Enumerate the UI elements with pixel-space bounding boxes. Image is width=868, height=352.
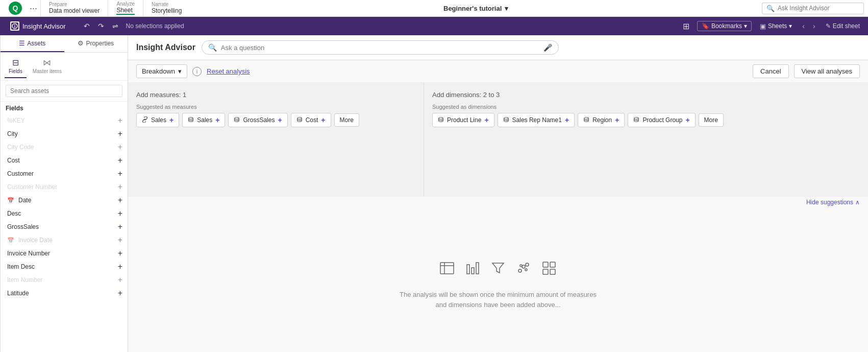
search-blue-icon: 🔍 [208, 43, 217, 52]
add-sales-db-button[interactable]: + [215, 116, 219, 124]
nav-section-narrate[interactable]: Narrate Storytelling [143, 0, 190, 17]
qlik-logo[interactable]: Q [4, 1, 27, 15]
nav-right-arrow[interactable]: › [811, 21, 817, 31]
grid-view-icon[interactable]: ⊞ [680, 19, 693, 33]
nav-section-prepare[interactable]: Prepare Data model viewer [40, 0, 108, 17]
analysis-toolbar: Breakdown ▾ i Reset analysis Cancel View… [128, 60, 868, 83]
nav-dots-button[interactable]: ··· [27, 3, 40, 14]
edit-sheet-label: Edit sheet [833, 22, 860, 30]
fields-sub-tab[interactable]: ⊟ Fields [5, 55, 27, 78]
master-items-sub-tab[interactable]: ⋈ Master items [29, 55, 66, 78]
add-grosssales-button[interactable]: + [278, 116, 282, 124]
dimension-chip-product-line[interactable]: Product Line + [432, 113, 494, 127]
search-assets-input[interactable] [6, 85, 122, 97]
add-date-button[interactable]: + [118, 196, 122, 204]
add-city-code-button[interactable]: + [118, 143, 122, 151]
measure-chip-sales-db[interactable]: Sales + [182, 113, 225, 127]
svg-rect-26 [543, 269, 548, 274]
add-invoice-date-button[interactable]: + [118, 236, 122, 244]
add-cost-button[interactable]: + [118, 156, 122, 165]
content-search-bar[interactable]: 🔍 🎤 [202, 40, 559, 55]
list-item[interactable]: City + [1, 127, 128, 140]
add-customer-number-button[interactable]: + [118, 183, 122, 191]
sub-tab-bar: ⊟ Fields ⋈ Master items [1, 53, 128, 81]
more-dimensions-button[interactable]: More [699, 113, 724, 127]
field-cost-text: Cost [7, 157, 20, 164]
add-sales-rep-button[interactable]: + [565, 116, 569, 124]
dimension-chip-region[interactable]: Region + [578, 113, 625, 127]
tab-assets[interactable]: ☰ Assets [1, 35, 64, 52]
list-item[interactable]: GrossSales + [1, 220, 128, 233]
add-grosssales-button[interactable]: + [118, 223, 122, 231]
add-city-button[interactable]: + [118, 130, 122, 138]
bookmarks-label: Bookmarks [711, 22, 742, 30]
list-item[interactable]: Customer Number + [1, 180, 128, 194]
reset-analysis-button[interactable]: Reset analysis [207, 67, 250, 75]
dimension-chip-sales-rep[interactable]: Sales Rep Name1 + [498, 113, 575, 127]
list-item[interactable]: Cost + [1, 154, 128, 167]
smart-search-icon[interactable]: ⇌ [109, 19, 122, 33]
add-region-button[interactable]: + [615, 116, 619, 124]
info-icon[interactable]: i [192, 67, 202, 76]
forward-step-icon[interactable]: ↷ [94, 19, 108, 33]
empty-icons-row [439, 261, 557, 279]
svg-rect-27 [550, 269, 555, 274]
list-item[interactable]: Invoice Number + [1, 247, 128, 260]
ask-insight-input[interactable] [778, 5, 859, 12]
insight-advisor-button[interactable]: Insight Advisor [4, 19, 72, 33]
nav-left-arrow[interactable]: ‹ [800, 21, 807, 31]
add-sales-link-button[interactable]: + [169, 116, 173, 124]
back-step-icon[interactable]: ↶ [80, 19, 93, 33]
matrix-chart-icon [541, 261, 557, 279]
list-item[interactable]: 📅 Date + [1, 194, 128, 207]
field-customer-text: Customer [7, 170, 34, 177]
add-key-button[interactable]: + [118, 116, 122, 125]
list-item[interactable]: %KEY + [1, 114, 128, 127]
ask-insight-search[interactable]: 🔍 [762, 3, 864, 14]
list-item[interactable]: Item Number + [1, 273, 128, 287]
add-desc-button[interactable]: + [118, 209, 122, 218]
sheets-button[interactable]: ▣ Sheets ▾ [756, 21, 796, 31]
svg-point-22 [520, 265, 522, 267]
add-latitude-button[interactable]: + [118, 289, 122, 297]
bookmark-icon: 🔖 [702, 22, 709, 30]
cancel-button[interactable]: Cancel [753, 64, 788, 78]
fields-list: %KEY + City + City Code + Cost [1, 114, 128, 352]
list-item[interactable]: Latitude + [1, 287, 128, 300]
measure-chip-cost[interactable]: Cost + [291, 113, 331, 127]
add-item-desc-button[interactable]: + [118, 263, 122, 271]
list-item[interactable]: Item Desc + [1, 260, 128, 273]
measure-chip-sales-link[interactable]: Sales + [136, 113, 179, 127]
measure-chip-grosssales[interactable]: GrossSales + [228, 113, 287, 127]
dimension-chip-product-group[interactable]: Product Group + [628, 113, 695, 127]
app-title[interactable]: Beginner's tutorial ▾ [443, 5, 508, 12]
add-invoice-number-button[interactable]: + [118, 249, 122, 257]
add-item-number-button[interactable]: + [118, 276, 122, 284]
edit-sheet-button[interactable]: ✎ Edit sheet [822, 21, 864, 31]
chip-sales-rep-label: Sales Rep Name1 [512, 116, 562, 124]
ask-question-input[interactable] [221, 44, 539, 52]
view-all-analyses-button[interactable]: View all analyses [794, 64, 860, 78]
svg-point-4 [14, 25, 15, 26]
prepare-label: Prepare [49, 2, 100, 7]
search-icon: 🔍 [766, 5, 775, 12]
add-cost-chip-button[interactable]: + [321, 116, 325, 124]
list-item[interactable]: 📅 Invoice Date + [1, 233, 128, 247]
hide-suggestions-button[interactable]: Hide suggestions ∧ [806, 199, 860, 206]
more-measures-button[interactable]: More [334, 113, 359, 127]
svg-rect-25 [550, 262, 555, 267]
bookmarks-button[interactable]: 🔖 Bookmarks ▾ [697, 21, 752, 31]
add-product-line-button[interactable]: + [484, 116, 488, 124]
list-item[interactable]: Customer + [1, 167, 128, 180]
add-product-group-button[interactable]: + [685, 116, 689, 124]
list-item[interactable]: City Code + [1, 140, 128, 154]
bar-chart-icon [465, 261, 480, 279]
tab-properties[interactable]: ⚙ Properties [64, 35, 128, 52]
nav-section-analyze[interactable]: Analyze Sheet [108, 0, 143, 17]
microphone-icon[interactable]: 🎤 [543, 43, 552, 52]
svg-point-9 [439, 117, 443, 119]
chip-region-label: Region [592, 116, 612, 124]
add-customer-button[interactable]: + [118, 170, 122, 178]
breakdown-button[interactable]: Breakdown ▾ [136, 64, 187, 78]
list-item[interactable]: Desc + [1, 207, 128, 220]
